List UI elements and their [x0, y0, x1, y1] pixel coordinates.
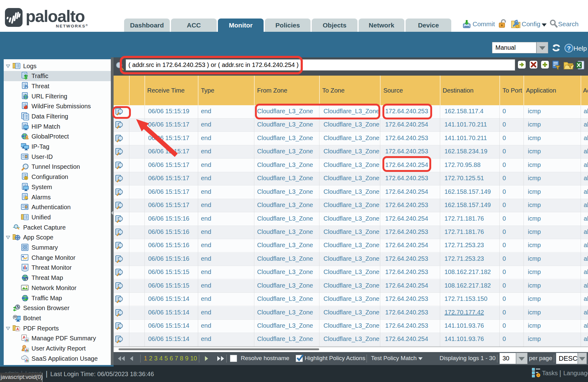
svg-text:x: x: [25, 85, 27, 89]
svg-text:x: x: [25, 277, 27, 281]
svg-text:?: ?: [567, 45, 571, 52]
svg-text:A: A: [16, 327, 19, 331]
